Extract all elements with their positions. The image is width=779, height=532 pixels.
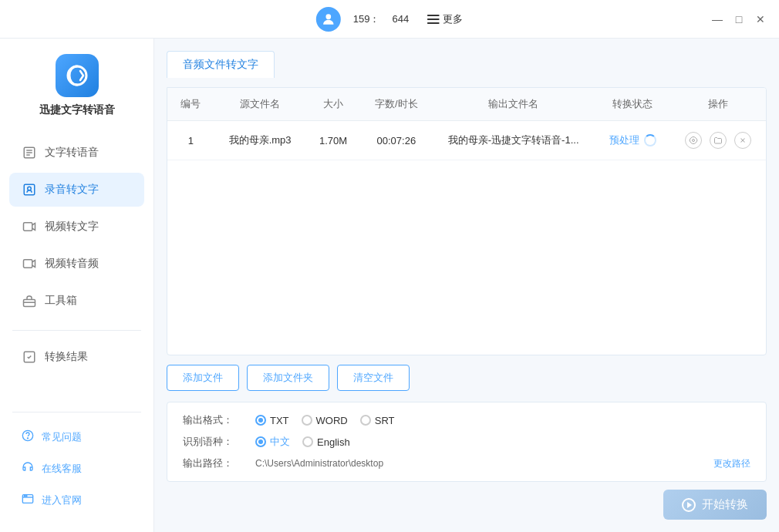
col-source: 源文件名 [214, 88, 305, 121]
website-icon [22, 493, 34, 507]
more-button[interactable]: 更多 [427, 12, 463, 26]
format-txt-option[interactable]: TXT [255, 415, 289, 426]
lang-chinese-option[interactable]: 中文 [255, 435, 290, 449]
start-convert-button[interactable]: 开始转换 [663, 490, 767, 520]
sidebar-menu: 文字转语音 录音转文字 [0, 136, 153, 321]
app-logo [56, 54, 99, 97]
svg-point-17 [27, 438, 28, 439]
sidebar-item-support[interactable]: 在线客服 [9, 453, 144, 483]
path-row: 更改路径 [255, 457, 750, 470]
lang-english-option[interactable]: English [302, 436, 350, 448]
sidebar-label-website: 进入官网 [42, 493, 82, 507]
close-button[interactable]: ✕ [754, 13, 767, 25]
app-name: 迅捷文字转语音 [39, 103, 115, 117]
change-path-button[interactable]: 更改路径 [713, 457, 750, 470]
format-txt-label: TXT [270, 415, 289, 426]
sidebar-label-conversion-result: 转换结果 [45, 350, 88, 364]
preview-button[interactable] [685, 132, 702, 149]
sidebar-label-video-to-audio: 视频转音频 [45, 257, 99, 271]
title-bar: 159： 644 更多 — □ ✕ [0, 0, 779, 39]
format-srt-radio[interactable] [360, 415, 371, 426]
col-id: 编号 [167, 88, 214, 121]
conversion-result-icon [22, 349, 37, 365]
start-convert-label: 开始转换 [702, 497, 748, 512]
svg-point-20 [24, 496, 25, 497]
col-output: 输出文件名 [432, 88, 595, 121]
tab-audio-to-text[interactable]: 音频文件转文字 [167, 51, 275, 78]
sidebar-item-text-to-speech[interactable]: 文字转语音 [9, 136, 144, 170]
output-path-label: 输出路径： [183, 456, 237, 470]
lang-chinese-radio[interactable] [255, 436, 266, 447]
maximize-button[interactable]: □ [733, 13, 745, 25]
action-icons [683, 132, 754, 149]
output-path-row: 输出路径： 更改路径 [183, 456, 750, 470]
clear-files-button[interactable]: 清空文件 [337, 365, 410, 391]
sidebar-item-toolbox[interactable]: 工具箱 [9, 284, 144, 318]
sidebar-item-video-to-text[interactable]: 视频转文字 [9, 210, 144, 244]
play-icon [682, 498, 696, 512]
format-word-radio[interactable] [302, 415, 312, 426]
col-duration: 字数/时长 [361, 88, 432, 121]
title-bar-center: 159： 644 更多 [316, 7, 463, 32]
sidebar-label-toolbox: 工具箱 [45, 294, 77, 308]
cell-status: 预处理 [595, 121, 671, 160]
sidebar-label-support: 在线客服 [42, 462, 82, 476]
audio-to-text-icon [22, 182, 37, 197]
output-format-row: 输出格式： TXT WORD SRT [183, 413, 750, 427]
lang-english-radio[interactable] [302, 436, 313, 447]
status-text: 预处理 [609, 133, 639, 147]
svg-rect-11 [24, 223, 32, 231]
col-size: 大小 [305, 88, 361, 121]
svg-rect-12 [24, 260, 32, 268]
cell-actions [670, 121, 766, 160]
file-table-container: 编号 源文件名 大小 字数/时长 输出文件名 转换状态 操作 1 我的母亲.mp… [167, 87, 767, 355]
output-format-label: 输出格式： [183, 413, 237, 427]
sidebar-item-faq[interactable]: 常见问题 [9, 422, 144, 452]
language-radio-group: 中文 English [255, 435, 350, 449]
sidebar-item-website[interactable]: 进入官网 [9, 485, 144, 515]
minimize-button[interactable]: — [711, 13, 723, 25]
sidebar-label-faq: 常见问题 [42, 430, 82, 444]
cell-size: 1.70M [305, 121, 361, 160]
status-cell: 预处理 [608, 133, 659, 147]
lang-chinese-label: 中文 [270, 435, 290, 449]
cell-output-file: 我的母亲-迅捷文字转语音-1... [432, 121, 595, 160]
sidebar-item-video-to-audio[interactable]: 视频转音频 [9, 247, 144, 281]
folder-button[interactable] [710, 132, 727, 149]
language-label: 识别语种： [183, 435, 237, 449]
sidebar-logo: 迅捷文字转语音 [0, 54, 153, 136]
sidebar-item-conversion-result[interactable]: 转换结果 [9, 340, 144, 374]
svg-point-22 [693, 140, 695, 142]
add-file-button[interactable]: 添加文件 [167, 365, 239, 391]
toolbox-icon [22, 293, 37, 308]
bottom-bar: 开始转换 [167, 490, 767, 520]
format-word-option[interactable]: WORD [302, 415, 348, 426]
table-header-row: 编号 源文件名 大小 字数/时长 输出文件名 转换状态 操作 [167, 88, 766, 121]
user-avatar [316, 7, 341, 32]
delete-button[interactable] [734, 132, 751, 149]
cell-duration: 00:07:26 [361, 121, 432, 160]
format-txt-radio[interactable] [255, 415, 266, 426]
format-srt-option[interactable]: SRT [360, 415, 395, 426]
col-status: 转换状态 [595, 88, 671, 121]
text-to-speech-icon [22, 145, 37, 160]
play-triangle [687, 502, 692, 508]
sidebar-label-audio-to-text: 录音转文字 [45, 183, 99, 197]
sidebar-divider [12, 330, 141, 331]
path-input[interactable] [255, 458, 706, 469]
sidebar-bottom: 常见问题 在线客服 [0, 422, 153, 517]
content-area: 音频文件转文字 编号 源文件名 大小 字数/时长 输出文件名 转换状态 操作 [154, 39, 779, 532]
faq-icon [22, 429, 34, 444]
sidebar-item-audio-to-text[interactable]: 录音转文字 [9, 173, 144, 207]
user-id: 159： [353, 12, 380, 26]
sidebar-result-section: 转换结果 [0, 340, 153, 402]
add-folder-button[interactable]: 添加文件夹 [247, 365, 329, 391]
tab-bar: 音频文件转文字 [167, 51, 767, 78]
table-row: 1 我的母亲.mp3 1.70M 00:07:26 我的母亲-迅捷文字转语音-1… [167, 121, 766, 160]
svg-point-21 [26, 496, 27, 497]
svg-rect-1 [427, 15, 440, 16]
support-icon [22, 461, 34, 476]
format-radio-group: TXT WORD SRT [255, 415, 395, 426]
format-srt-label: SRT [375, 415, 395, 426]
cell-source-file: 我的母亲.mp3 [214, 121, 305, 160]
